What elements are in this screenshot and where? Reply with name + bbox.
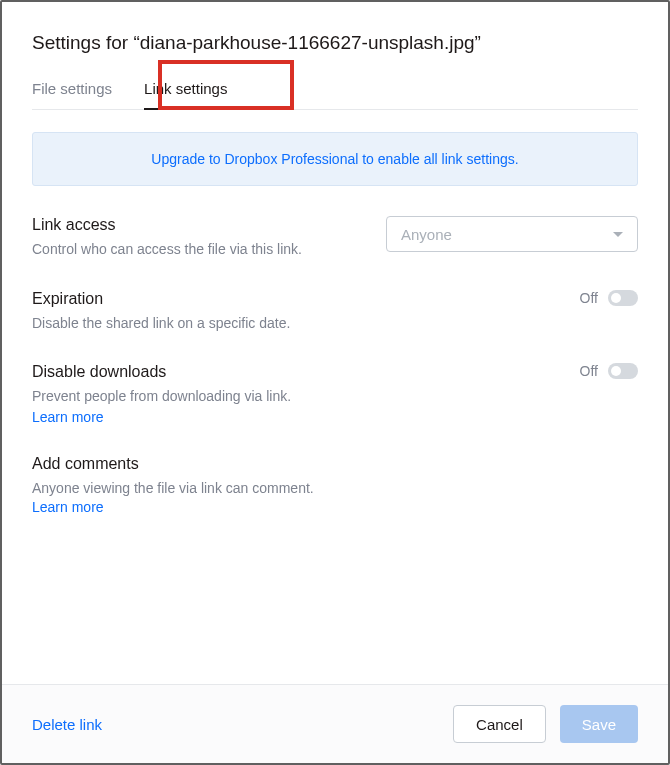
upgrade-banner[interactable]: Upgrade to Dropbox Professional to enabl… bbox=[32, 132, 638, 186]
toggle-knob bbox=[611, 293, 621, 303]
add-comments-learn-more[interactable]: Learn more bbox=[32, 499, 104, 515]
toggle-knob bbox=[611, 366, 621, 376]
section-link-access-left: Link access Control who can access the f… bbox=[32, 216, 302, 260]
disable-downloads-toggle-label: Off bbox=[580, 363, 598, 379]
section-add-comments: Add comments Anyone viewing the file via… bbox=[32, 455, 638, 518]
link-access-select-value: Anyone bbox=[401, 226, 452, 243]
chevron-down-icon bbox=[613, 232, 623, 237]
section-expiration: Expiration Disable the shared link on a … bbox=[32, 290, 638, 334]
link-access-desc: Control who can access the file via this… bbox=[32, 240, 302, 260]
expiration-toggle[interactable] bbox=[608, 290, 638, 306]
disable-downloads-title: Disable downloads bbox=[32, 363, 291, 381]
add-comments-title: Add comments bbox=[32, 455, 332, 473]
expiration-toggle-label: Off bbox=[580, 290, 598, 306]
tab-file-settings[interactable]: File settings bbox=[32, 80, 112, 109]
disable-downloads-toggle[interactable] bbox=[608, 363, 638, 379]
settings-modal: Settings for “diana-parkhouse-1166627-un… bbox=[0, 0, 670, 765]
section-expiration-left: Expiration Disable the shared link on a … bbox=[32, 290, 290, 334]
section-disable-downloads-left: Disable downloads Prevent people from do… bbox=[32, 363, 291, 425]
section-disable-downloads: Disable downloads Prevent people from do… bbox=[32, 363, 638, 425]
expiration-title: Expiration bbox=[32, 290, 290, 308]
disable-downloads-desc: Prevent people from downloading via link… bbox=[32, 387, 291, 407]
disable-downloads-toggle-wrap: Off bbox=[580, 363, 638, 379]
add-comments-desc-text: Anyone viewing the file via link can com… bbox=[32, 480, 314, 496]
link-access-title: Link access bbox=[32, 216, 302, 234]
section-add-comments-left: Add comments Anyone viewing the file via… bbox=[32, 455, 332, 518]
link-access-select[interactable]: Anyone bbox=[386, 216, 638, 252]
footer-buttons: Cancel Save bbox=[453, 705, 638, 743]
modal-footer: Delete link Cancel Save bbox=[2, 684, 668, 763]
expiration-desc: Disable the shared link on a specific da… bbox=[32, 314, 290, 334]
add-comments-desc: Anyone viewing the file via link can com… bbox=[32, 479, 332, 518]
cancel-button[interactable]: Cancel bbox=[453, 705, 546, 743]
tabs-container: File settings Link settings bbox=[32, 80, 638, 110]
page-title: Settings for “diana-parkhouse-1166627-un… bbox=[32, 32, 638, 54]
save-button[interactable]: Save bbox=[560, 705, 638, 743]
disable-downloads-learn-more[interactable]: Learn more bbox=[32, 409, 291, 425]
delete-link[interactable]: Delete link bbox=[32, 716, 102, 733]
modal-body: Settings for “diana-parkhouse-1166627-un… bbox=[2, 2, 668, 684]
section-link-access: Link access Control who can access the f… bbox=[32, 216, 638, 260]
tab-link-settings[interactable]: Link settings bbox=[144, 80, 227, 109]
expiration-toggle-wrap: Off bbox=[580, 290, 638, 306]
